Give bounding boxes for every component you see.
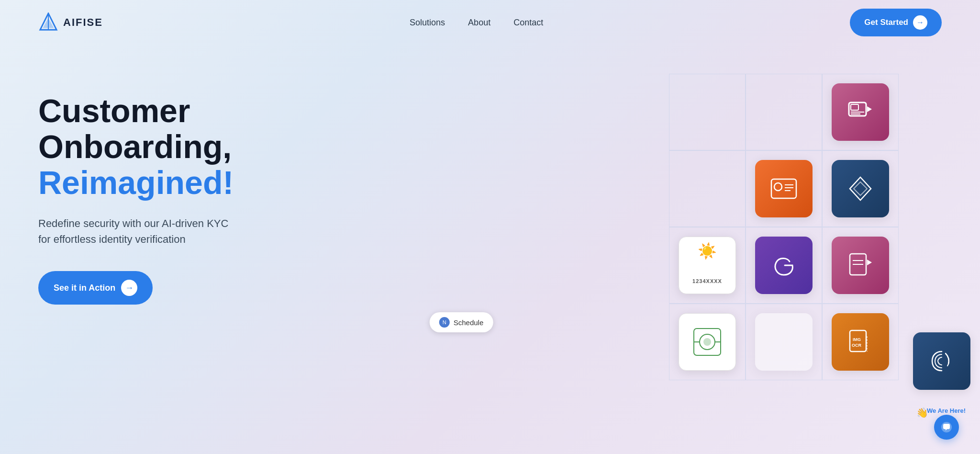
video-doc-icon (832, 237, 889, 294)
diamond-icon (832, 160, 889, 217)
schedule-pill[interactable]: N Schedule (430, 312, 493, 332)
aadhaar-content: ☀️ 1234XXXX (692, 242, 722, 289)
svg-marker-14 (854, 182, 867, 195)
logo-text: AIFISE (63, 16, 103, 29)
nav-links: Solutions About Contact (410, 18, 543, 28)
grid-cell-empty-2 (746, 74, 822, 150)
logo-icon (38, 12, 58, 33)
grid-cell-empty-4 (746, 304, 822, 380)
see-action-label: See it in Action (54, 283, 115, 293)
nav-link-about[interactable]: About (468, 18, 490, 28)
hero-title-line1: Customer Onboarding, (38, 93, 373, 165)
aadhaar-sun-icon: ☀️ (692, 242, 722, 260)
chat-button[interactable] (934, 415, 959, 440)
id-card-icon (755, 160, 813, 217)
grid-cell-video-pink (822, 74, 899, 150)
grid-cell-ocr-orange: IMG OCR (822, 304, 899, 380)
grid-cell-g-purple (746, 227, 822, 304)
g-letter-icon (755, 237, 813, 294)
grid-cell-aadhaar: ☀️ 1234XXXX (669, 227, 746, 304)
see-action-arrow-icon: → (121, 280, 137, 296)
svg-point-21 (703, 338, 711, 346)
grid-cell-empty-1 (669, 74, 746, 150)
aadhaar-icon: ☀️ 1234XXXX (679, 237, 736, 294)
nav-link-contact[interactable]: Contact (513, 18, 543, 28)
ocr-icon: IMG OCR (832, 313, 889, 371)
get-started-label: Get Started (864, 18, 908, 27)
fingerprint-card-partial (903, 337, 980, 385)
grid-cell-video-pink2 (822, 227, 899, 304)
we-are-here-text: We Are Here! (927, 407, 966, 414)
icon-grid-area: ☀️ 1234XXXX (669, 74, 980, 380)
get-started-button[interactable]: Get Started → (850, 9, 942, 36)
hero-title-line2: Reimagined! (38, 165, 373, 201)
hero-content: Customer Onboarding, Reimagined! Redefin… (38, 74, 373, 305)
wave-emoji: 👋 (915, 406, 929, 420)
hero-subtitle: Redefine security with our AI-driven KYC… (38, 216, 306, 247)
logo-area: AIFISE (38, 12, 103, 33)
grid-cell-empty-3 (669, 150, 746, 227)
chat-icon (940, 421, 953, 433)
grid-cell-id-orange (746, 150, 822, 227)
hero-section: Customer Onboarding, Reimagined! Redefin… (0, 45, 980, 428)
svg-text:IMG: IMG (853, 337, 861, 342)
we-are-here-widget: We Are Here! 👋 (927, 406, 966, 440)
svg-point-9 (774, 183, 782, 191)
grid-cell-diamond-blue (822, 150, 899, 227)
schedule-label: Schedule (454, 318, 484, 327)
schedule-icon: N (439, 317, 450, 328)
leaf-scan-icon (679, 313, 736, 371)
fingerprint-icon (913, 332, 970, 390)
nav-link-solutions[interactable]: Solutions (410, 18, 445, 28)
video-id-card-icon (832, 83, 889, 141)
aadhaar-number: 1234XXXX (692, 278, 722, 284)
grid-cell-leaf-green (669, 304, 746, 380)
see-action-button[interactable]: See it in Action → (38, 271, 153, 305)
empty-white-card (755, 313, 813, 371)
get-started-arrow-icon: → (913, 15, 927, 30)
svg-text:OCR: OCR (852, 343, 862, 348)
svg-marker-18 (867, 260, 872, 265)
svg-marker-7 (867, 106, 872, 112)
svg-rect-4 (851, 104, 858, 110)
navbar: AIFISE Solutions About Contact Get Start… (0, 0, 980, 45)
